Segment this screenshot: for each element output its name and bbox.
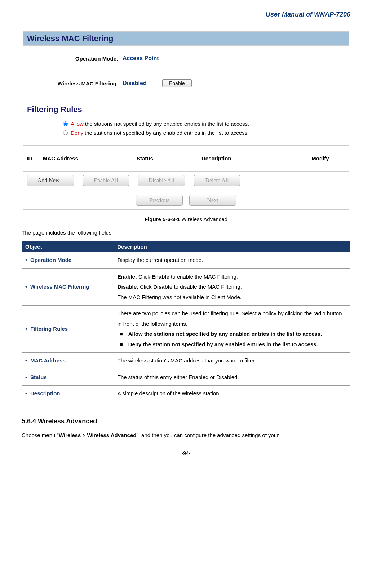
t: ", and then you can configure the advanc…: [136, 432, 279, 438]
filtering-rules-section: Filtering Rules Allow the stations not s…: [23, 97, 349, 146]
figure-caption-bold: Figure 5-6-3-1: [145, 216, 180, 222]
action-button-row: Add New... Enable All Disable All Delete…: [23, 171, 349, 190]
t: Choose menu ": [22, 432, 59, 438]
obj-2: Filtering Rules: [30, 326, 68, 332]
obj-1: Wireless MAC Filtering: [30, 284, 89, 290]
deny-radio-row[interactable]: Deny the stations not specified by any e…: [27, 128, 345, 137]
th-desc: Description: [114, 241, 350, 252]
deny-radio[interactable]: [63, 130, 68, 135]
enable-label: Enable:: [118, 273, 137, 280]
th-description: Description: [201, 155, 295, 161]
section-564: 5.6.4 Wireless Advanced Choose menu "Wir…: [22, 418, 350, 440]
t: The MAC Filtering was not available in C…: [118, 294, 242, 300]
table-row: •Wireless MAC Filtering Enable: Click En…: [22, 268, 350, 306]
desc-0: Display the current operation mode.: [114, 252, 350, 269]
enable-all-button[interactable]: Enable All: [83, 175, 129, 186]
th-object: Object: [22, 241, 114, 252]
t: Click: [138, 284, 153, 290]
table-row: •MAC Address The wireless station's MAC …: [22, 353, 350, 369]
obj-0: Operation Mode: [30, 257, 71, 263]
allow-rest: the stations not specified by any enable…: [85, 121, 249, 127]
obj-3: MAC Address: [30, 357, 66, 364]
desc-5: A simple description of the wireless sta…: [114, 386, 350, 402]
fields-table: Object Description •Operation Mode Displ…: [22, 240, 350, 403]
page-header: User Manual of WNAP-7206: [22, 11, 350, 21]
th-modify: Modify: [295, 155, 345, 161]
t: to disable the MAC Filtering.: [172, 284, 242, 290]
desc-4: The status of this entry either Enabled …: [114, 369, 350, 386]
t: Allow the stations not specified by any …: [128, 329, 346, 339]
operation-mode-label: Operation Mode:: [27, 55, 123, 62]
obj-5: Description: [30, 390, 60, 396]
figure-caption-rest: Wireless Advanced: [180, 216, 227, 222]
desc-3: The wireless station's MAC address that …: [114, 353, 350, 369]
allow-radio-row[interactable]: Allow the stations not specified by any …: [27, 119, 345, 128]
previous-button[interactable]: Previous: [136, 195, 183, 206]
t: to enable the MAC Filtering.: [169, 273, 238, 280]
add-new-button[interactable]: Add New...: [27, 175, 74, 186]
operation-mode-value: Access Point: [123, 55, 159, 62]
fields-table-head: Object Description: [22, 241, 350, 252]
enable-button[interactable]: Enable: [162, 79, 192, 87]
th-id: ID: [27, 155, 43, 161]
table-row: •Status The status of this entry either …: [22, 369, 350, 386]
filtering-rules-heading: Filtering Rules: [27, 105, 345, 114]
table-row: •Description A simple description of the…: [22, 386, 350, 402]
mac-filtering-section: Wireless MAC Filtering: Disabled Enable: [23, 71, 349, 95]
delete-all-button[interactable]: Delete All: [194, 175, 240, 186]
t: Deny the station not specified by any en…: [128, 339, 346, 350]
mac-filtering-value: Disabled: [123, 80, 162, 86]
intro-text: The page includes the following fields:: [22, 230, 350, 236]
allow-word: Allow: [71, 121, 84, 127]
table-header-row: ID MAC Address Status Description Modify: [23, 147, 349, 170]
allow-radio[interactable]: [63, 121, 68, 126]
t: Enable: [152, 273, 169, 280]
page-footer: -94-: [22, 450, 350, 456]
figure-caption: Figure 5-6-3-1 Wireless Advanced: [22, 216, 350, 222]
t: There are two policies can be used for f…: [118, 308, 346, 329]
desc-2: There are two policies can be used for f…: [114, 306, 350, 353]
disable-label: Disable:: [118, 284, 138, 290]
t: Click: [137, 273, 152, 280]
obj-4: Status: [30, 374, 47, 380]
t: Disable: [153, 284, 172, 290]
th-status: Status: [137, 155, 201, 161]
desc-1: Enable: Click Enable to enable the MAC F…: [114, 268, 350, 306]
t: Wireless > Wireless Advanced: [59, 432, 137, 438]
panel-title-bar: Wireless MAC Filtering: [23, 31, 349, 46]
next-button[interactable]: Next: [189, 195, 236, 206]
table-row: •Operation Mode Display the current oper…: [22, 252, 350, 269]
nav-button-row: Previous Next: [23, 191, 349, 210]
deny-rest: the stations not specified by any enable…: [85, 130, 249, 136]
screenshot-panel: Wireless MAC Filtering Operation Mode: A…: [22, 30, 350, 211]
table-row: •Filtering Rules There are two policies …: [22, 306, 350, 353]
section-564-heading: 5.6.4 Wireless Advanced: [22, 418, 350, 425]
operation-mode-section: Operation Mode: Access Point: [23, 47, 349, 70]
th-mac: MAC Address: [43, 155, 137, 161]
deny-word: Deny: [71, 130, 83, 136]
disable-all-button[interactable]: Disable All: [138, 175, 185, 186]
mac-filtering-label: Wireless MAC Filtering:: [27, 80, 123, 86]
